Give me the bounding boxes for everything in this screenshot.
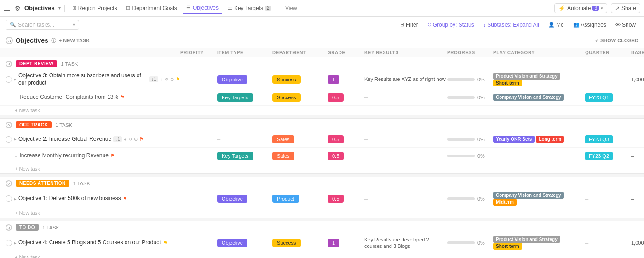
new-task-link-dept-review[interactable]: + New task [0, 106, 644, 115]
share-icon: ↗ [615, 5, 620, 11]
nav-separator [64, 5, 65, 12]
item-type-pill: Key Targets [217, 93, 253, 102]
group-expand-needs-attention[interactable]: ○ [6, 180, 12, 187]
tab-region-projects[interactable]: ⊞ Region Projects [69, 3, 121, 13]
baseline-cell: 1,000 [631, 77, 644, 82]
task-name: Increase Monthly recurring Revenue [19, 152, 108, 160]
subtask-count: ↓1 [150, 76, 158, 82]
task-copy-icon[interactable]: ⊙ [170, 77, 174, 82]
item-type-cell: Objective [217, 75, 272, 84]
task-count-dept-review: 1 TASK [61, 61, 78, 67]
col-baseline: BASELINE [631, 50, 644, 55]
task-copy-icon[interactable]: ⊙ [134, 137, 138, 142]
expand-subtask-icon[interactable]: ▸ [14, 240, 17, 246]
table-row[interactable]: ▸ Objective 1: Deliver 500k of new busin… [0, 189, 644, 208]
grade-pill: 1 [328, 75, 339, 84]
table-row[interactable]: ▸ Objective 3: Obtain more subscribers a… [0, 70, 644, 89]
expand-subtask-icon[interactable]: ▸ [14, 196, 17, 202]
baseline-cell: – [631, 136, 644, 143]
status-badge-to-do: TO DO [16, 224, 39, 231]
hamburger-menu[interactable] [4, 4, 13, 13]
task-name-cell: ▸ Objective 2: Increase Global Revenue ↓… [6, 136, 180, 143]
automate-button[interactable]: ⚡ Automate 3 ▾ [554, 3, 607, 13]
column-headers: PRIORITY ITEM TYPE DEPARTMENT GRADE KEY … [0, 48, 644, 57]
tab-key-targets[interactable]: ☰ Key Targets 2 [224, 3, 275, 13]
subtask-count: ↓1 [113, 136, 122, 142]
assignees-icon: 👥 [573, 22, 580, 28]
key-results-cell: Key Results are XYZ as of right now [364, 76, 447, 82]
objectives-info-icon[interactable]: ⓘ [51, 37, 56, 44]
col-item-type: ITEM TYPE [217, 50, 272, 55]
grade-pill: 0.5 [328, 135, 344, 143]
baseline-cell: – [631, 195, 644, 202]
task-more-icon[interactable]: ↻ [128, 137, 132, 142]
baseline-cell: – [631, 153, 634, 159]
department-cell: Product [272, 195, 328, 203]
group-expand-off-track[interactable]: ○ [6, 122, 12, 128]
task-checkbox[interactable] [6, 76, 12, 83]
group-expand-to-do[interactable]: ○ [6, 224, 12, 231]
objectives-heading: Objectives [16, 37, 48, 44]
item-type-pill: Objective [217, 75, 247, 84]
department-cell: Sales [272, 135, 328, 143]
grade-cell: 1 [328, 239, 364, 247]
show-closed-button[interactable]: ✓ SHOW CLOSED [595, 38, 638, 44]
progress-track [447, 138, 475, 141]
item-type-pill: Objective [217, 195, 247, 203]
tab-objectives[interactable]: ☰ Objectives [183, 3, 222, 14]
new-task-header-button[interactable]: + NEW TASK [59, 38, 90, 43]
baseline-cell: – [631, 94, 644, 101]
me-button[interactable]: 👤 Me [546, 20, 567, 29]
table-row[interactable]: ▸ Objective 2: Increase Global Revenue ↓… [0, 131, 644, 148]
task-checkbox[interactable] [6, 195, 12, 202]
table-row[interactable]: = Reduce Customer Complaints from 13% ⚑ … [0, 89, 644, 106]
objectives-tab-icon: ☰ [186, 5, 191, 11]
new-task-link-off-track[interactable]: + New task [0, 164, 644, 173]
new-task-link-needs-attention[interactable]: + New task [0, 208, 644, 218]
group-by-button[interactable]: ⊜ Group by: Status [425, 20, 477, 29]
task-more-icon[interactable]: ↻ [165, 77, 168, 82]
add-subtask-icon[interactable]: + [124, 137, 126, 142]
status-badge-off-track: OFF TRACK [16, 121, 52, 128]
key-results-cell: – [364, 152, 447, 159]
table-row[interactable]: = Increase Monthly recurring Revenue ⚑ K… [0, 148, 644, 164]
grade-cell: 0.5 [328, 152, 364, 160]
automate-icon: ⚡ [558, 5, 565, 11]
key-results-dash: – [364, 152, 368, 159]
expand-subtask-icon[interactable]: ▸ [14, 76, 17, 82]
col-quarter: QUARTER [585, 50, 631, 55]
assignees-button[interactable]: 👥 Assignees [570, 20, 609, 29]
baseline-cell: – [631, 95, 634, 100]
col-progress: PROGRESS [447, 50, 493, 55]
section-divider [0, 218, 644, 221]
show-button[interactable]: 👁 Show [613, 20, 638, 29]
task-checkbox[interactable] [6, 136, 12, 143]
key-targets-icon: ☰ [228, 5, 232, 11]
progress-pct: 0% [477, 137, 485, 142]
quarter-dash: – [585, 240, 588, 247]
add-subtask-icon[interactable]: + [160, 77, 163, 82]
department-cell: Success [272, 75, 328, 84]
task-checkbox[interactable] [6, 240, 12, 246]
table-row[interactable]: ▸ Objective 4: Create 5 Blogs and 5 Cour… [0, 234, 644, 252]
play-category-tag: Product Vision and Strategy [493, 236, 560, 243]
gear-icon[interactable]: ⚙ [15, 5, 21, 12]
filter-button[interactable]: ⊟ Filter [397, 20, 421, 29]
baseline-cell: – [631, 196, 634, 201]
priority-flag-icon: ⚑ [110, 153, 115, 159]
search-box[interactable]: 🔍 Search tasks... ▾ [6, 20, 79, 30]
new-task-link-to-do[interactable]: + New task [0, 252, 644, 258]
task-name: Objective 2: Increase Global Revenue [18, 136, 111, 143]
expand-subtask-icon[interactable]: ▸ [14, 136, 17, 142]
status-row-dept-review: ○ DEPT REVIEW 1 TASK [0, 57, 644, 70]
progress-cell: 0% [447, 196, 493, 201]
subtasks-button[interactable]: ↕ Subtasks: Expand All [481, 20, 542, 29]
title-chevron-icon[interactable]: ▾ [58, 6, 61, 11]
group-expand-dept-review[interactable]: ○ [6, 61, 12, 67]
search-chevron-icon: ▾ [73, 22, 75, 27]
add-view-button[interactable]: + View [277, 3, 301, 13]
toolbar-right: ⊟ Filter ⊜ Group by: Status ↕ Subtasks: … [397, 20, 638, 29]
share-button[interactable]: ↗ Share [611, 3, 640, 13]
objectives-expand-icon[interactable]: ○ [6, 37, 13, 44]
tab-department-goals[interactable]: ⊞ Department Goals [122, 3, 180, 13]
